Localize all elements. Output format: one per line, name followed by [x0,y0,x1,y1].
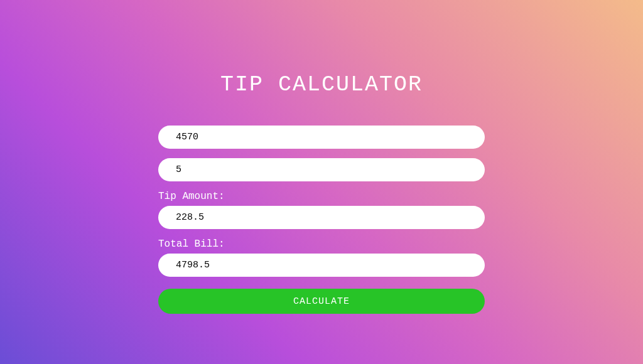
tip-amount-output[interactable] [158,206,485,229]
tip-amount-group: Tip Amount: [158,191,485,229]
calculate-button[interactable]: CALCULATE [158,289,485,314]
calculator-form: Tip Amount: Total Bill: CALCULATE [158,126,485,314]
total-bill-label: Total Bill: [158,238,485,250]
total-bill-output[interactable] [158,254,485,277]
tip-amount-label: Tip Amount: [158,191,485,202]
bill-amount-input[interactable] [158,126,485,149]
tip-percent-input[interactable] [158,158,485,181]
page-title: TIP CALCULATOR [220,72,423,97]
total-bill-group: Total Bill: [158,238,485,277]
